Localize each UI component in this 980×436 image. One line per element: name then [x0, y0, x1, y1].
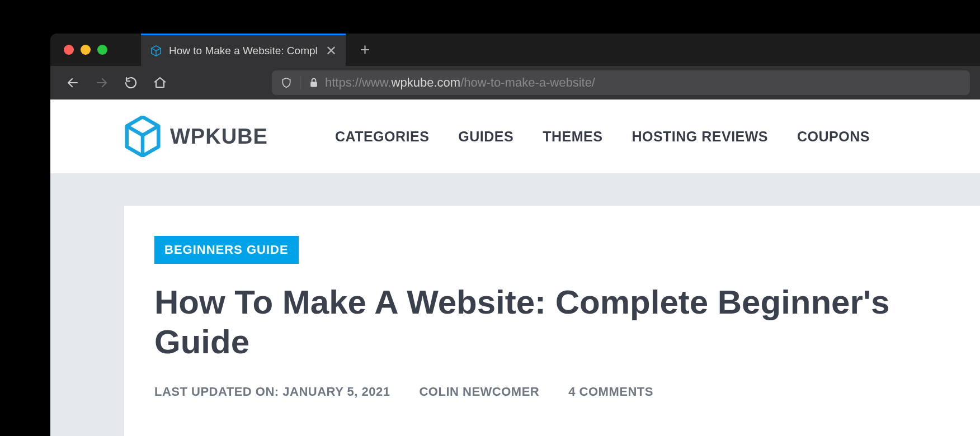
new-tab-button[interactable]: + — [346, 41, 385, 58]
window-controls — [50, 45, 141, 55]
lock-icon[interactable] — [308, 77, 319, 88]
url-path: /how-to-make-a-website/ — [460, 75, 595, 89]
nav-guides[interactable]: GUIDES — [458, 129, 513, 145]
nav-coupons[interactable]: COUPONS — [797, 129, 870, 145]
browser-window: How to Make a Website: Compl ✕ + ht — [50, 34, 980, 436]
category-badge[interactable]: BEGINNERS GUIDE — [154, 236, 299, 264]
meta-comments[interactable]: 4 COMMENTS — [568, 385, 653, 399]
logo-icon — [124, 116, 161, 157]
browser-tab[interactable]: How to Make a Website: Compl ✕ — [141, 34, 346, 66]
url-sub: www. — [362, 75, 392, 89]
logo-text: WPKUBE — [170, 125, 268, 149]
tab-title: How to Make a Website: Compl — [169, 45, 318, 57]
shield-icon[interactable] — [281, 77, 292, 88]
tab-strip: How to Make a Website: Compl ✕ + — [50, 34, 980, 66]
meta-updated-label: LAST UPDATED ON: — [154, 385, 279, 399]
maximize-window-button[interactable] — [97, 45, 107, 55]
favicon-icon — [150, 45, 162, 57]
main-nav: CATEGORIES GUIDES THEMES HOSTING REVIEWS… — [335, 129, 870, 145]
article-meta: LAST UPDATED ON: JANUARY 5, 2021 COLIN N… — [154, 385, 950, 399]
url-domain: wpkube.com — [392, 75, 461, 89]
meta-updated-date: JANUARY 5, 2021 — [282, 385, 390, 399]
svg-rect-4 — [310, 82, 317, 87]
url-text: https://www.wpkube.com/how-to-make-a-web… — [325, 75, 595, 90]
meta-author[interactable]: COLIN NEWCOMER — [419, 385, 539, 399]
close-window-button[interactable] — [64, 45, 74, 55]
site-logo[interactable]: WPKUBE — [124, 116, 268, 157]
article: BEGINNERS GUIDE How To Make A Website: C… — [124, 206, 980, 436]
site-header: WPKUBE CATEGORIES GUIDES THEMES HOSTING … — [50, 99, 980, 173]
reload-button[interactable] — [119, 70, 143, 95]
address-bar[interactable]: https://www.wpkube.com/how-to-make-a-web… — [272, 70, 970, 95]
article-title: How To Make A Website: Complete Beginner… — [154, 283, 950, 362]
browser-toolbar: https://www.wpkube.com/how-to-make-a-web… — [50, 66, 980, 99]
url-protocol: https:// — [325, 75, 362, 89]
close-tab-button[interactable]: ✕ — [324, 43, 338, 59]
home-button[interactable] — [148, 70, 172, 95]
nav-themes[interactable]: THEMES — [543, 129, 602, 145]
minimize-window-button[interactable] — [81, 45, 91, 55]
page-viewport: WPKUBE CATEGORIES GUIDES THEMES HOSTING … — [50, 99, 980, 436]
meta-updated: LAST UPDATED ON: JANUARY 5, 2021 — [154, 385, 390, 399]
address-separator — [300, 76, 300, 89]
nav-categories[interactable]: CATEGORIES — [335, 129, 429, 145]
forward-button[interactable] — [89, 70, 114, 95]
nav-hosting-reviews[interactable]: HOSTING REVIEWS — [632, 129, 768, 145]
back-button[interactable] — [60, 70, 85, 95]
